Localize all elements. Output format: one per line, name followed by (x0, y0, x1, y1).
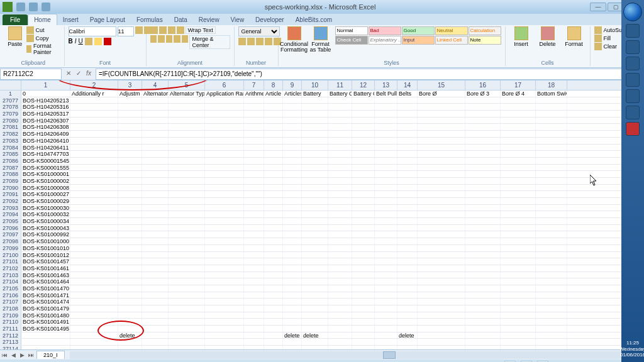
style-neutral[interactable]: Neutral (435, 26, 468, 35)
cell[interactable] (397, 191, 418, 197)
cell[interactable] (418, 312, 465, 319)
align-mid-icon[interactable] (159, 26, 167, 34)
cell[interactable] (169, 305, 205, 312)
cell[interactable] (375, 278, 397, 285)
cell[interactable] (328, 252, 352, 258)
cell[interactable] (501, 305, 536, 312)
tab-pagelayout[interactable]: Page Layout (84, 14, 131, 25)
cell[interactable]: BOS-KS01000032 (21, 211, 70, 217)
format-as-table-button[interactable]: Format as Table (309, 26, 333, 53)
cell[interactable] (142, 285, 169, 292)
cell[interactable]: BOS-KS01001491 (21, 319, 70, 325)
cell[interactable] (205, 292, 244, 299)
cell[interactable] (352, 252, 375, 258)
table-row[interactable]: 27103BOS-KS01001463 (0, 272, 644, 279)
cell[interactable] (70, 265, 118, 272)
cell[interactable] (169, 346, 205, 349)
data-body[interactable]: 10Additionally rAdjustmAlternator Charge… (0, 90, 644, 349)
cell[interactable] (264, 171, 283, 177)
cell[interactable] (70, 138, 118, 144)
cell[interactable] (397, 205, 418, 211)
quick-access-toolbar[interactable] (16, 3, 50, 11)
col-header[interactable]: 6 (205, 80, 244, 90)
cell[interactable] (142, 138, 169, 144)
cell[interactable] (397, 145, 418, 151)
cell[interactable] (244, 97, 264, 104)
cell[interactable]: BOS-KS01000008 (21, 185, 70, 191)
cell[interactable] (142, 292, 169, 299)
cell[interactable] (205, 238, 244, 244)
cell[interactable] (352, 185, 375, 191)
cell[interactable] (501, 145, 536, 151)
tab-developer[interactable]: Developer (250, 14, 290, 25)
cell[interactable] (397, 319, 418, 325)
row-header[interactable]: 27086 (0, 158, 21, 164)
cell[interactable] (536, 231, 567, 238)
cell[interactable] (328, 138, 352, 144)
cell[interactable] (536, 131, 567, 137)
cell[interactable] (328, 145, 352, 151)
table-row[interactable]: 27096BOS-KS01000043 (0, 225, 644, 232)
cell[interactable] (118, 178, 142, 184)
sheet-nav-last[interactable]: ⏭ (26, 352, 35, 358)
cell[interactable] (244, 238, 264, 244)
cell[interactable] (418, 332, 465, 339)
cell[interactable] (244, 151, 264, 157)
cell[interactable] (169, 299, 205, 305)
cell[interactable] (118, 145, 142, 151)
cell[interactable] (418, 124, 465, 130)
cell[interactable] (465, 346, 501, 349)
cell[interactable] (375, 326, 397, 332)
cell[interactable] (142, 319, 169, 325)
cell[interactable] (302, 205, 328, 211)
cell[interactable] (169, 319, 205, 325)
cell[interactable] (264, 165, 283, 171)
cell[interactable] (328, 265, 352, 272)
cell[interactable] (418, 238, 465, 244)
cell[interactable] (418, 231, 465, 238)
cell[interactable] (244, 346, 264, 349)
cell[interactable] (501, 326, 536, 332)
cell[interactable] (244, 339, 264, 345)
col-header[interactable]: 14 (397, 80, 418, 90)
cell[interactable] (169, 185, 205, 191)
taskbar-icon[interactable] (626, 40, 640, 54)
style-calculation[interactable]: Calculation (469, 26, 501, 35)
cell[interactable] (205, 205, 244, 211)
cell[interactable]: 0 (21, 90, 70, 97)
format-painter-button[interactable]: Format Painter (26, 43, 60, 55)
cell[interactable] (169, 97, 205, 104)
cell[interactable] (118, 245, 142, 251)
cell[interactable] (352, 124, 375, 130)
cell[interactable] (352, 118, 375, 124)
cell[interactable] (169, 151, 205, 157)
cell[interactable] (418, 272, 465, 278)
cell[interactable]: BOS-KS01001480 (21, 312, 70, 319)
cell[interactable] (352, 339, 375, 345)
cell[interactable] (205, 319, 244, 325)
cell[interactable] (244, 191, 264, 197)
table-row[interactable]: 27078BOS-H104205316 (0, 104, 644, 111)
cell[interactable] (302, 252, 328, 258)
cell[interactable] (501, 346, 536, 349)
cell[interactable] (283, 245, 302, 251)
cell[interactable]: BOS-H104205213 (21, 97, 70, 104)
cell[interactable] (328, 339, 352, 345)
cell[interactable] (205, 111, 244, 117)
cell[interactable]: delete (302, 332, 328, 339)
cell[interactable] (70, 151, 118, 157)
cell[interactable] (501, 245, 536, 251)
cell[interactable] (375, 346, 397, 349)
cell[interactable] (501, 138, 536, 144)
cell[interactable] (328, 124, 352, 130)
cell[interactable] (328, 299, 352, 305)
cell[interactable] (536, 218, 567, 224)
cell[interactable]: Bore Ø (418, 90, 465, 97)
cell[interactable] (118, 165, 142, 171)
cell[interactable] (118, 205, 142, 211)
cell[interactable] (536, 252, 567, 258)
cell[interactable] (264, 97, 283, 104)
cell[interactable] (142, 305, 169, 312)
formula-bar[interactable]: =IF(COUNTBLANK(R[-27110]C:R[-1]C)>27109,… (96, 69, 644, 80)
cell[interactable] (169, 312, 205, 319)
